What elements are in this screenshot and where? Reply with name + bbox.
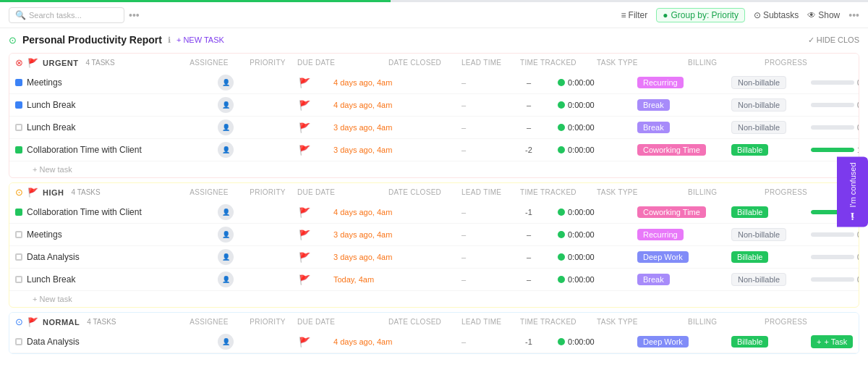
col-priority: PRIORITY xyxy=(242,59,293,67)
urgent-count: 4 TASKS xyxy=(85,59,114,67)
task-status-dot[interactable] xyxy=(15,209,22,216)
col-time-tracked: TIME TRACKED xyxy=(520,59,592,67)
col-progress: PROGRESS xyxy=(765,59,830,67)
urgent-section-header[interactable]: ⊗ 🚩 URGENT 4 TASKS ASSIGNEE PRIORITY DUE… xyxy=(9,54,859,72)
task-status-dot[interactable] xyxy=(15,253,22,261)
info-circle-icon: ℹ xyxy=(847,210,858,221)
priority-flag: 🚩 xyxy=(299,274,310,285)
table-row: Lunch Break 👤 🚩 3 days ago, 4am – – 0:00… xyxy=(9,117,859,139)
info-icon[interactable]: ℹ xyxy=(168,35,171,45)
progress-cell: + + Task ⋮⋮ xyxy=(811,335,859,348)
priority-flag: 🚩 xyxy=(299,230,310,240)
task-status-dot[interactable] xyxy=(15,231,22,238)
assignee-avatar[interactable]: 👤 xyxy=(218,142,234,158)
priority-flag: 🚩 xyxy=(299,100,310,111)
confused-button[interactable]: ℹ I'm confused xyxy=(837,156,868,227)
task-status-dot[interactable] xyxy=(15,101,22,109)
search-icon: 🔍 xyxy=(15,10,26,20)
group-by-icon: ● xyxy=(663,10,668,20)
table-row: Lunch Break 👤 🚩 Today, 4am – – 0:00:00 B… xyxy=(9,269,859,291)
urgent-new-task[interactable]: + New task xyxy=(9,161,859,177)
lead-time: – xyxy=(500,253,558,261)
task-type-badge: Recurring xyxy=(637,229,684,240)
filter-icon: ≡ xyxy=(621,10,626,20)
billing-badge: Billable xyxy=(731,336,768,348)
progress-cell: 0% xyxy=(811,79,859,87)
lead-time: -1 xyxy=(500,208,558,216)
assignee-avatar[interactable]: 👤 xyxy=(218,119,234,135)
due-date: 4 days ago, 4am xyxy=(333,101,427,109)
task-type-badge: Deep Work xyxy=(637,336,689,348)
high-new-task[interactable]: + New task xyxy=(9,291,859,307)
priority-flag: 🚩 xyxy=(299,207,310,218)
billing-badge: Non-billable xyxy=(731,98,786,111)
date-closed: – xyxy=(427,101,500,109)
lead-time: -2 xyxy=(500,146,558,154)
urgent-circle-icon: ⊗ xyxy=(15,57,23,68)
assignee-avatar[interactable]: 👤 xyxy=(218,334,234,350)
assignee-avatar[interactable]: 👤 xyxy=(218,272,234,287)
due-date: 3 days ago, 4am xyxy=(333,230,427,239)
group-by-button[interactable]: ● Group by: Priority xyxy=(656,8,745,22)
urgent-title: URGENT xyxy=(43,59,78,67)
time-tracked: 0:00:00 xyxy=(558,123,637,132)
priority-flag: 🚩 xyxy=(299,77,310,88)
topbar-more-menu[interactable]: ••• xyxy=(129,9,140,21)
assignee-avatar[interactable]: 👤 xyxy=(218,97,234,113)
topbar-overflow-menu[interactable]: ••• xyxy=(848,9,859,21)
due-date: 4 days ago, 4am xyxy=(333,337,427,346)
progress-cell: 0% xyxy=(811,276,859,284)
lead-time: – xyxy=(500,275,558,284)
lead-time: – xyxy=(500,230,558,239)
normal-title: NORMAL xyxy=(43,318,80,327)
normal-section-header[interactable]: ⊙ 🚩 NORMAL 4 TASKS ASSIGNEE PRIORITY DUE… xyxy=(9,313,859,331)
col-date-closed: DATE CLOSED xyxy=(388,59,457,67)
hide-closed-button[interactable]: ✓ HIDE CLOS xyxy=(808,35,859,45)
time-tracked: 0:00:00 xyxy=(558,208,637,216)
page-expand-icon[interactable]: ⊙ xyxy=(9,35,17,46)
add-task-button[interactable]: + + Task xyxy=(811,335,853,348)
high-title: HIGH xyxy=(43,188,64,197)
new-task-button[interactable]: + NEW TASK xyxy=(176,35,224,44)
time-tracked: 0:00:00 xyxy=(558,101,637,109)
due-date: 4 days ago, 4am xyxy=(333,208,427,216)
task-status-dot[interactable] xyxy=(15,79,22,86)
assignee-avatar[interactable]: 👤 xyxy=(218,249,234,265)
time-tracked: 0:00:00 xyxy=(558,275,637,284)
progress-cell: 100% xyxy=(811,146,859,154)
high-circle-icon: ⊙ xyxy=(15,187,23,198)
search-box[interactable]: 🔍 Search tasks... xyxy=(9,7,124,23)
assignee-avatar[interactable]: 👤 xyxy=(218,204,234,220)
col-assignee: ASSIGNEE xyxy=(180,59,238,67)
show-button[interactable]: 👁 Show xyxy=(807,10,840,20)
eye-icon: 👁 xyxy=(807,10,816,20)
task-status-dot[interactable] xyxy=(15,276,22,283)
assignee-avatar[interactable]: 👤 xyxy=(218,227,234,243)
high-flag-icon: 🚩 xyxy=(27,188,38,198)
task-type-badge: Break xyxy=(637,274,670,285)
lead-time: – xyxy=(500,78,558,87)
high-section-header[interactable]: ⊙ 🚩 HIGH 4 TASKS ASSIGNEE PRIORITY DUE D… xyxy=(9,183,859,201)
due-date: 3 days ago, 4am xyxy=(333,253,427,261)
date-closed: – xyxy=(427,123,500,132)
lead-time: – xyxy=(500,123,558,132)
assignee-avatar[interactable]: 👤 xyxy=(218,75,234,91)
date-closed: – xyxy=(427,78,500,87)
time-tracked: 0:00:00 xyxy=(558,78,637,87)
filter-button[interactable]: ≡ Filter xyxy=(621,10,648,20)
col-due-date: DUE DATE xyxy=(297,59,384,67)
col-billing: BILLING xyxy=(688,59,760,67)
normal-count: 4 TASKS xyxy=(87,318,116,326)
page-title: Personal Productivity Report xyxy=(22,34,162,46)
task-status-dot[interactable] xyxy=(15,338,22,345)
task-status-dot[interactable] xyxy=(15,124,22,131)
urgent-section: ⊗ 🚩 URGENT 4 TASKS ASSIGNEE PRIORITY DUE… xyxy=(9,53,859,178)
date-closed: – xyxy=(427,337,500,346)
task-status-dot[interactable] xyxy=(15,146,22,153)
table-row: Lunch Break 👤 🚩 4 days ago, 4am – – 0:00… xyxy=(9,94,859,117)
lead-time: -1 xyxy=(500,337,558,346)
task-type-badge: Coworking Time xyxy=(637,206,706,218)
due-date: 4 days ago, 4am xyxy=(333,78,427,87)
priority-flag: 🚩 xyxy=(299,145,310,156)
subtasks-button[interactable]: ⊙ Subtasks xyxy=(754,10,799,20)
